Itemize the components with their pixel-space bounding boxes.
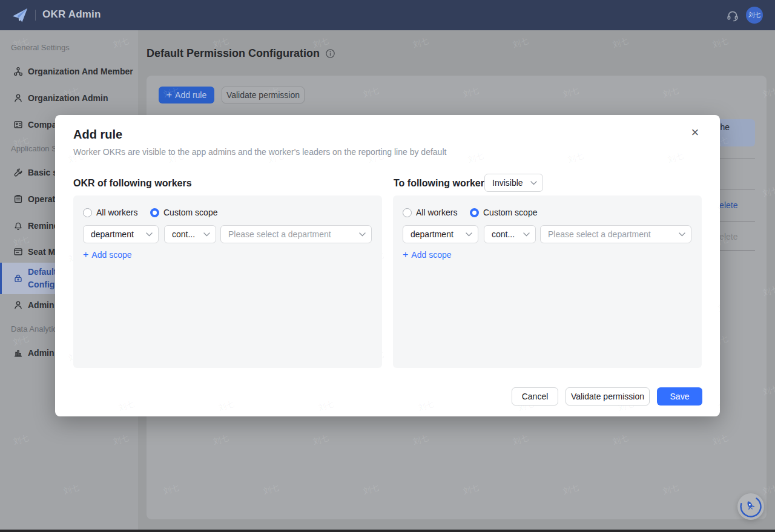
rocket-fab-button[interactable] [737,493,764,520]
select-placeholder: Please select a department [228,229,331,239]
modal-title: Add rule [73,128,122,142]
plus-icon: + [167,90,172,100]
modal-subtitle: Worker OKRs are visible to the app admin… [73,147,446,157]
add-rule-button[interactable]: + Add rule [159,87,214,103]
radio-checked-icon [470,208,479,217]
person-icon [13,93,23,103]
close-icon[interactable]: × [687,125,703,140]
bell-icon [13,221,23,231]
id-card-icon [13,120,23,130]
seat-card-icon [13,247,23,257]
app-screen: OKR Admin 刘七 General Settings Organizati… [0,0,775,532]
sidebar-item-label: Admin [28,348,54,358]
add-scope-label: Add scope [91,250,131,260]
chevron-down-icon [466,232,472,237]
watermark-text: 刘七 [417,399,435,413]
add-scope-label: Add scope [411,250,451,260]
chevron-down-icon [146,232,153,237]
select-placeholder: Please select a department [548,229,651,239]
left-operator-select[interactable]: cont... [164,225,216,243]
watermark-text: 刘七 [717,399,720,413]
chevron-down-icon [523,232,530,237]
add-rule-modal: 刘七刘七刘七刘七刘七刘七刘七刘七刘七刘七刘七刘七刘七刘七刘七刘七刘七刘七刘七刘七… [55,115,720,416]
left-all-workers-radio[interactable]: All workers [83,208,137,217]
radio-label: Custom scope [483,208,537,217]
watermark-text: 刘七 [217,115,236,116]
radio-label: Custom scope [163,208,217,217]
right-custom-scope-radio[interactable]: Custom scope [470,208,537,217]
select-value: cont... [172,229,195,239]
sidebar-section-data-analytics: Data Analytics [11,324,61,333]
watermark-text: 刘七 [117,115,136,116]
lock-icon [13,274,23,283]
watermark-text: 刘七 [117,399,136,413]
select-value: department [411,229,453,239]
select-value: cont... [492,229,515,239]
sidebar-item-organization-and-member[interactable]: Organization And Member [0,58,138,85]
sidebar-item-label: Organization Admin [28,93,108,103]
app-title: OKR Admin [42,8,101,21]
cancel-button[interactable]: Cancel [512,387,558,406]
radio-label: All workers [416,208,457,217]
info-icon[interactable] [325,48,335,59]
visibility-value: Invisible [492,178,523,188]
left-add-scope-button[interactable]: + Add scope [83,250,132,260]
left-scope-panel: All workers Custom scope department cont… [73,195,382,368]
watermark-text: 刘七 [217,399,236,413]
left-field-select[interactable]: department [83,225,159,243]
sidebar-item-label: Organization And Member [28,67,133,76]
watermark-text: 刘七 [667,151,685,165]
rocket-icon [738,494,763,519]
watermark-text: 刘七 [517,115,535,116]
select-value: department [91,229,134,239]
right-department-select[interactable]: Please select a department [540,225,691,243]
org-chart-icon [13,67,23,76]
right-add-scope-button[interactable]: + Add scope [403,250,452,260]
watermark-text: 刘七 [617,115,635,116]
right-field-select[interactable]: department [403,225,478,243]
top-bar: OKR Admin 刘七 [0,0,775,30]
right-operator-select[interactable]: cont... [484,225,536,243]
wrench-icon [13,168,23,177]
chevron-down-icon [679,232,685,237]
bar-chart-icon [13,348,23,358]
validate-permission-modal-button[interactable]: Validate permission [566,387,650,406]
radio-label: All workers [96,208,137,217]
right-section-title: To following workers [394,178,490,189]
right-scope-panel: All workers Custom scope department cont… [393,195,702,368]
paper-plane-logo [11,7,29,24]
validate-label: Validate permission [571,392,644,401]
sidebar-item-organization-admin[interactable]: Organization Admin [0,85,138,111]
radio-unchecked-icon [83,208,92,217]
watermark-text: 刘七 [717,300,720,314]
left-custom-scope-radio[interactable]: Custom scope [150,208,217,217]
watermark-text: 刘七 [467,151,485,165]
sidebar-item-label: Admin [28,300,54,310]
watermark-text: 刘七 [717,200,720,215]
person-icon [13,300,23,310]
right-all-workers-radio[interactable]: All workers [403,208,457,217]
chevron-down-icon [530,181,537,185]
visibility-select[interactable]: Invisible [484,174,543,192]
avatar[interactable]: 刘七 [746,7,763,24]
page-title: Default Permission Configuration [147,47,320,60]
bottom-window-edge [0,530,775,532]
plus-icon: + [83,250,88,260]
plus-icon: + [403,250,408,260]
tooltip-fragment: he [720,122,730,132]
validate-permission-button[interactable]: Validate permission [222,87,305,103]
watermark-text: 刘七 [567,151,585,165]
chevron-down-icon [359,232,366,237]
radio-unchecked-icon [403,208,412,217]
watermark-text: 刘七 [317,399,335,413]
left-section-title: OKR of following workers [73,178,192,189]
validate-label: Validate permission [226,90,300,100]
save-label: Save [670,392,690,401]
watermark-text: 刘七 [317,115,335,116]
clipboard-icon [13,194,23,204]
left-department-select[interactable]: Please select a department [220,225,372,243]
save-button[interactable]: Save [657,387,702,406]
header-divider [35,10,36,21]
cancel-label: Cancel [522,392,549,401]
support-headset-icon[interactable] [725,8,741,24]
